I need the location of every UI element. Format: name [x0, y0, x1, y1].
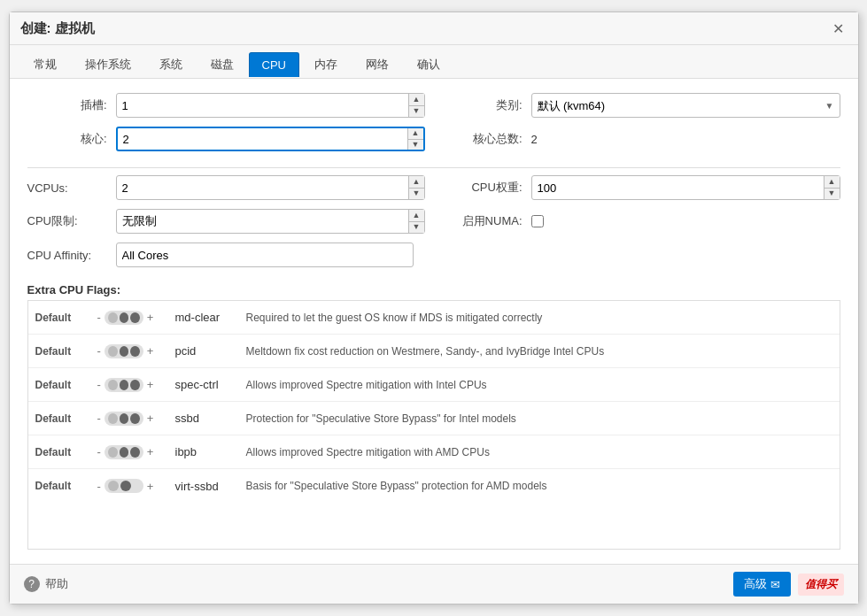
- flag-toggle-1[interactable]: - +: [96, 344, 166, 358]
- enable-numa-checkbox[interactable]: [531, 215, 544, 227]
- flag-name-3: ssbd: [175, 412, 237, 425]
- flag-default-0: Default: [35, 312, 87, 324]
- cpu-weight-decrement[interactable]: ▼: [824, 189, 840, 200]
- limit-numa-row: CPU限制: ▲ ▼ 启用NUMA:: [27, 209, 840, 234]
- flag-dot-2a: [108, 380, 118, 390]
- tab-network[interactable]: 网络: [352, 50, 402, 78]
- category-arrow: ▼: [825, 101, 834, 111]
- total-cores-row: 核心总数: 2: [443, 127, 840, 151]
- flag-plus-2[interactable]: +: [145, 378, 156, 391]
- category-select[interactable]: 默认 (kvm64): [538, 99, 825, 112]
- flag-minus-3[interactable]: -: [96, 412, 103, 425]
- vcpus-increment[interactable]: ▲: [409, 176, 424, 189]
- tab-memory[interactable]: 内存: [301, 50, 351, 78]
- cpu-limit-increment[interactable]: ▲: [409, 210, 424, 222]
- socket-spinbox-buttons: ▲ ▼: [408, 94, 424, 117]
- flag-dot-5b: [120, 481, 131, 491]
- vcpus-decrement[interactable]: ▼: [409, 189, 424, 200]
- footer: ? 帮助 高级 ✉ 值得买: [10, 564, 858, 604]
- tab-confirm[interactable]: 确认: [404, 50, 453, 78]
- socket-spinbox[interactable]: ▲ ▼: [116, 93, 425, 118]
- flag-toggle-5[interactable]: - +: [96, 479, 166, 493]
- flag-minus-2[interactable]: -: [96, 378, 103, 391]
- core-increment[interactable]: ▲: [408, 128, 423, 140]
- cpu-weight-spinbox-buttons: ▲ ▼: [824, 176, 840, 199]
- close-button[interactable]: ✕: [830, 19, 848, 37]
- dialog: 创建: 虚拟机 ✕ 常规 操作系统 系统 磁盘 CPU 内存 网络 确认 插槽:…: [9, 12, 859, 604]
- socket-label: 插槽:: [27, 97, 107, 113]
- cpu-weight-label: CPU权重:: [443, 180, 523, 196]
- flag-dot-1b: [120, 346, 129, 357]
- tab-disk[interactable]: 磁盘: [197, 50, 247, 78]
- flag-desc-5: Basis for "Speculative Store Bypass" pro…: [246, 480, 832, 492]
- socket-increment[interactable]: ▲: [409, 94, 424, 106]
- cpu-weight-spinbox[interactable]: ▲ ▼: [531, 175, 840, 200]
- vcpus-row: VCPUs: ▲ ▼: [27, 175, 425, 200]
- flag-track-2[interactable]: [105, 378, 143, 392]
- flag-minus-1[interactable]: -: [96, 344, 103, 358]
- advanced-label: 高级: [744, 576, 767, 592]
- flag-track-0[interactable]: [105, 311, 143, 325]
- cpu-weight-row: CPU权重: ▲ ▼: [443, 175, 840, 200]
- flag-plus-5[interactable]: +: [145, 480, 156, 493]
- help-icon[interactable]: ?: [24, 576, 40, 592]
- flag-track-4[interactable]: [105, 445, 143, 459]
- cpu-affinity-label: CPU Affinity:: [27, 249, 107, 262]
- cpu-affinity-input[interactable]: [116, 243, 414, 267]
- flag-desc-2: Allows improved Spectre mitigation with …: [246, 379, 832, 391]
- flag-toggle-4[interactable]: - +: [96, 445, 166, 459]
- total-cores-value: 2: [531, 133, 538, 146]
- tab-os[interactable]: 操作系统: [72, 50, 144, 78]
- socket-decrement[interactable]: ▼: [409, 106, 424, 118]
- flag-toggle-2[interactable]: - +: [96, 378, 166, 392]
- total-cores-label: 核心总数:: [443, 131, 523, 147]
- enable-numa-checkbox-container[interactable]: [531, 215, 544, 227]
- flag-plus-3[interactable]: +: [145, 412, 156, 425]
- flag-dot-4c: [130, 447, 140, 458]
- help-label[interactable]: 帮助: [45, 576, 68, 592]
- flag-default-3: Default: [35, 412, 87, 425]
- advanced-button[interactable]: 高级 ✉: [733, 572, 791, 597]
- flag-minus-5[interactable]: -: [96, 480, 103, 493]
- tab-general[interactable]: 常规: [20, 50, 70, 78]
- flag-dot-3a: [108, 413, 118, 424]
- flag-plus-0[interactable]: +: [145, 311, 156, 324]
- flag-toggle-0[interactable]: - +: [96, 311, 166, 325]
- core-total-row: 核心: ▲ ▼ 核心总数: 2: [27, 127, 840, 151]
- category-select-box[interactable]: 默认 (kvm64) ▼: [531, 93, 840, 118]
- core-spinbox-buttons: ▲ ▼: [407, 128, 423, 150]
- flag-track-1[interactable]: [105, 344, 143, 358]
- flag-dot-0b: [120, 312, 129, 323]
- flag-dot-4a: [108, 447, 118, 458]
- socket-input[interactable]: [117, 94, 408, 117]
- tab-cpu[interactable]: CPU: [249, 52, 299, 77]
- cpu-limit-decrement[interactable]: ▼: [409, 222, 424, 234]
- flag-track-5[interactable]: [105, 479, 143, 493]
- flag-row-3: Default - + ssbd Protection for "Specula…: [28, 402, 840, 435]
- cpu-limit-input[interactable]: [117, 210, 408, 233]
- core-input[interactable]: [118, 128, 407, 150]
- flag-minus-0[interactable]: -: [96, 311, 103, 324]
- flag-desc-3: Protection for "Speculative Store Bypass…: [246, 412, 832, 425]
- tab-system[interactable]: 系统: [146, 50, 196, 78]
- flag-minus-4[interactable]: -: [96, 445, 103, 458]
- flag-plus-1[interactable]: +: [145, 344, 156, 358]
- flag-dot-2b: [120, 380, 129, 390]
- flag-row-2: Default - + spec-ctrl Allows improved Sp…: [28, 368, 840, 402]
- cpu-weight-increment[interactable]: ▲: [824, 176, 840, 189]
- flag-track-3[interactable]: [105, 412, 143, 426]
- flag-desc-1: Meltdown fix cost reduction on Westmere,…: [246, 345, 832, 358]
- core-decrement[interactable]: ▼: [408, 140, 423, 150]
- vcpus-spinbox[interactable]: ▲ ▼: [116, 175, 425, 200]
- flag-toggle-3[interactable]: - +: [96, 412, 166, 426]
- flag-name-1: pcid: [175, 344, 237, 358]
- cpu-limit-spinbox[interactable]: ▲ ▼: [116, 209, 425, 234]
- flags-table: Default - + md-clear Required to let the…: [27, 300, 840, 550]
- core-label: 核心:: [27, 131, 107, 147]
- core-spinbox[interactable]: ▲ ▼: [116, 127, 425, 151]
- vcpus-input[interactable]: [117, 176, 408, 199]
- content-area: 插槽: ▲ ▼ 类别: 默认 (kvm64) ▼: [10, 79, 858, 564]
- flags-table-inner[interactable]: Default - + md-clear Required to let the…: [28, 301, 840, 549]
- cpu-weight-input[interactable]: [532, 176, 824, 199]
- flag-plus-4[interactable]: +: [145, 445, 156, 458]
